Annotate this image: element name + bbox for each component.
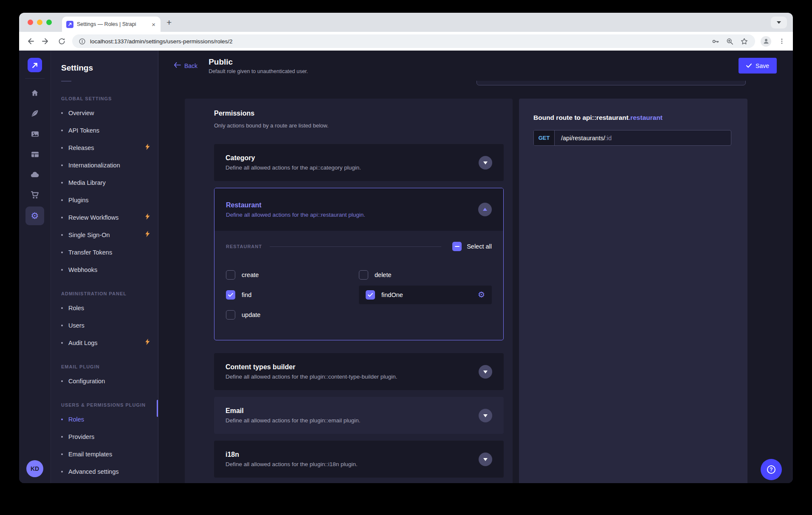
tab-title: Settings — Roles | Strapi: [77, 21, 147, 27]
page-subtitle: Default role given to unauthenticated us…: [209, 68, 308, 74]
page-title-block: Public Default role given to unauthentic…: [209, 57, 308, 74]
sidebar-item-email-configuration[interactable]: Configuration: [61, 372, 158, 390]
maximize-window-button[interactable]: [46, 20, 52, 25]
browser-menu-icon[interactable]: [777, 36, 787, 46]
sidebar-item-transfer-tokens[interactable]: Transfer Tokens: [61, 243, 158, 261]
accordion-description: Define all allowed actions for the api::…: [226, 164, 361, 171]
back-link[interactable]: Back: [174, 62, 197, 69]
select-all-checkbox[interactable]: [452, 242, 462, 251]
sidebar-item-overview[interactable]: Overview: [61, 104, 158, 122]
permission-update[interactable]: update: [226, 305, 359, 325]
reload-icon[interactable]: [56, 36, 67, 46]
help-button[interactable]: ?: [761, 459, 782, 480]
http-method-badge: GET: [534, 130, 555, 145]
sidebar-item-email-templates[interactable]: Email templates: [61, 445, 158, 463]
cog-settings-icon[interactable]: ⚙: [478, 290, 485, 300]
sidebar-item-up-roles[interactable]: Roles: [61, 410, 158, 428]
sidebar-item-providers[interactable]: Providers: [61, 428, 158, 445]
accordion-email[interactable]: Email Define all allowed actions for the…: [214, 397, 504, 434]
site-info-icon[interactable]: [78, 36, 86, 46]
content-manager-feather-icon[interactable]: [25, 103, 44, 124]
tab-close-icon[interactable]: ×: [151, 21, 156, 28]
findone-checkbox[interactable]: [366, 290, 375, 300]
section-label-users-permissions-plugin: USERS & PERMISSIONS PLUGIN: [61, 402, 158, 407]
accordion-description: Define all allowed actions for the plugi…: [226, 461, 358, 467]
sidebar-item-single-sign-on[interactable]: Single Sign-On: [61, 226, 158, 243]
sidebar-item-webhooks[interactable]: Webhooks: [61, 261, 158, 278]
description-input-partial[interactable]: [476, 81, 746, 85]
section-label-global-settings: GLOBAL SETTINGS: [61, 96, 158, 101]
find-checkbox[interactable]: [226, 290, 235, 300]
expand-chevron-down-icon[interactable]: [479, 156, 492, 170]
accordion-restaurant-header[interactable]: Restaurant Define all allowed actions fo…: [214, 188, 503, 231]
marketplace-cart-icon[interactable]: [25, 185, 44, 205]
permission-create[interactable]: create: [226, 265, 359, 285]
group-divider: [270, 246, 441, 247]
sidebar-item-admin-users[interactable]: Users: [61, 317, 158, 334]
delete-checkbox[interactable]: [359, 270, 368, 280]
section-label-administration-panel: ADMINISTRATION PANEL: [61, 291, 158, 296]
back-label: Back: [184, 62, 197, 69]
settings-sidebar: Settings GLOBAL SETTINGS Overview API To…: [51, 51, 158, 483]
accordion-content-types-builder[interactable]: Content types builder Define all allowed…: [214, 353, 504, 390]
accordion-category[interactable]: Category Define all allowed actions for …: [214, 144, 504, 181]
bookmark-star-icon[interactable]: [739, 36, 749, 46]
sidebar-item-plugins[interactable]: Plugins: [61, 191, 158, 209]
sidebar-item-media-library[interactable]: Media Library: [61, 174, 158, 191]
permissions-panel: Permissions Only actions bound by a rout…: [185, 99, 513, 483]
tab-search-chevron-icon[interactable]: [771, 17, 787, 28]
collapse-chevron-up-icon[interactable]: [478, 203, 492, 216]
url-bar[interactable]: localhost:1337/admin/settings/users-perm…: [72, 34, 755, 48]
accordion-title: Category: [226, 154, 361, 162]
permissions-subtitle: Only actions bound by a route are listed…: [214, 122, 504, 129]
strapi-favicon-icon: [66, 21, 73, 28]
back-nav-icon[interactable]: [25, 36, 35, 46]
settings-gear-icon[interactable]: ⚙: [25, 207, 44, 225]
strapi-logo[interactable]: [28, 58, 42, 72]
expand-chevron-down-icon[interactable]: [479, 453, 492, 466]
group-label: RESTAURANT: [226, 244, 262, 249]
lightning-icon: [145, 144, 150, 152]
sidebar-item-review-workflows[interactable]: Review Workflows: [61, 209, 158, 226]
save-button[interactable]: Save: [739, 58, 777, 74]
route-field[interactable]: GET /api/restaurants/:id: [533, 130, 731, 146]
accordion-title: Email: [226, 407, 360, 415]
question-mark-icon: ?: [767, 465, 775, 474]
zoom-in-icon[interactable]: [725, 36, 735, 46]
update-checkbox[interactable]: [226, 310, 235, 320]
sidebar-item-releases[interactable]: Releases: [61, 139, 158, 156]
media-library-icon[interactable]: [25, 124, 44, 144]
accordion-i18n[interactable]: i18n Define all allowed actions for the …: [214, 441, 504, 478]
select-all-control[interactable]: Select all: [452, 242, 492, 251]
content-type-builder-icon[interactable]: [25, 144, 44, 164]
password-key-icon[interactable]: [710, 36, 720, 46]
lightning-icon: [145, 339, 150, 347]
new-tab-button[interactable]: +: [166, 17, 172, 28]
sidebar-title-divider: [61, 81, 71, 82]
sidebar-item-api-tokens[interactable]: API Tokens: [61, 122, 158, 139]
accordion-restaurant-expanded: Restaurant Define all allowed actions fo…: [214, 188, 504, 340]
sidebar-item-advanced-settings[interactable]: Advanced settings: [61, 463, 158, 480]
check-icon: [746, 62, 752, 69]
url-text[interactable]: localhost:1337/admin/settings/users-perm…: [90, 38, 706, 45]
browser-profile-avatar[interactable]: [761, 36, 771, 47]
minimize-window-button[interactable]: [37, 20, 42, 25]
permission-findone[interactable]: findOne ⚙: [359, 286, 492, 304]
sidebar-item-admin-roles[interactable]: Roles: [61, 299, 158, 317]
sidebar-item-internationalization[interactable]: Internationalization: [61, 156, 158, 174]
accordion-list: Category Define all allowed actions for …: [214, 144, 504, 478]
permission-find[interactable]: find: [226, 285, 359, 305]
permission-delete[interactable]: delete: [359, 265, 492, 285]
browser-tab[interactable]: Settings — Roles | Strapi ×: [62, 17, 161, 32]
sidebar-item-audit-logs[interactable]: Audit Logs: [61, 334, 158, 351]
create-checkbox[interactable]: [226, 270, 235, 280]
browser-window: Settings — Roles | Strapi × + localhost:…: [19, 13, 793, 483]
home-icon[interactable]: [25, 83, 44, 103]
forward-nav-icon[interactable]: [41, 36, 51, 46]
cloud-icon[interactable]: [25, 164, 44, 185]
close-window-button[interactable]: [28, 20, 33, 25]
expand-chevron-down-icon[interactable]: [479, 365, 492, 379]
active-item-indicator: [157, 400, 158, 417]
expand-chevron-down-icon[interactable]: [479, 409, 492, 422]
user-avatar[interactable]: KD: [26, 460, 43, 477]
